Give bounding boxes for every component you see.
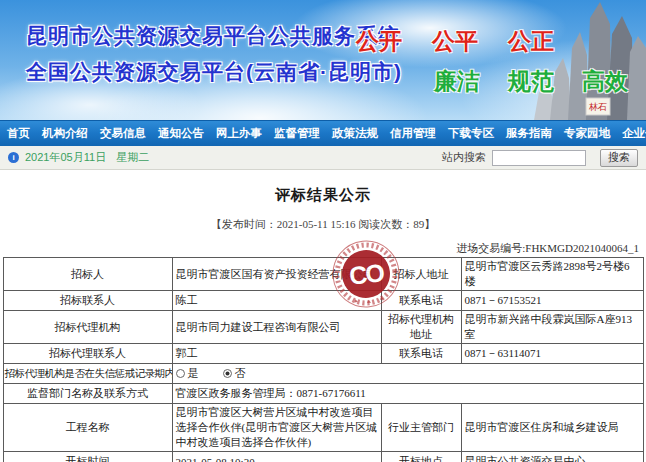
radio-option-否[interactable]: 否 [223, 366, 246, 381]
bid-info-table: 招标人昆明市官渡区国有资产投资经营有限公司招标人地址昆明市官渡区云秀路2898号… [3, 257, 644, 462]
slogan-word: 高效 [582, 66, 628, 97]
table-row: 招标人昆明市官渡区国有资产投资经营有限公司招标人地址昆明市官渡区云秀路2898号… [3, 258, 643, 291]
table-label-cell: 开标时间 [3, 452, 172, 462]
table-label-cell: 招标代理联系人 [3, 344, 172, 364]
table-value-cell: 陈工 [172, 291, 381, 311]
table-label-cell: 招标人 [3, 258, 172, 291]
table-value-cell: 昆明市同力建设工程咨询有限公司 [172, 311, 381, 344]
table-row: 开标时间2021-05-08 10:30开标地点昆明市公共资源交易中心 [3, 452, 643, 462]
site-title-line2: 全国公共资源交易平台(云南省·昆明市) [26, 58, 402, 86]
radio-group-cell: 是否 [172, 364, 643, 384]
page-title: 评标结果公示 [0, 186, 646, 205]
slogan-word: 规范 [508, 66, 554, 97]
table-label-cell: 招标人地址 [381, 258, 461, 291]
table-row: 工程名称昆明市官渡区大树营片区城中村改造项目选择合作伙伴(昆明市官渡区大树营片区… [3, 404, 643, 452]
radio-checked-icon[interactable] [223, 369, 232, 378]
table-row: 监督部门名称及联系方式官渡区政务服务管理局：0871-67176611 [3, 384, 643, 404]
table-label-cell: 行业主管部门 [381, 404, 461, 452]
table-label-cell: 工程名称 [3, 404, 172, 452]
table-label-cell: 联系电话 [381, 344, 461, 364]
info-icon: i [8, 152, 19, 163]
trade-number-line: 进场交易编号:FHKMGD2021040064_1 [3, 241, 643, 256]
nav-item-服务指南[interactable]: 服务指南 [503, 126, 555, 141]
table-label-cell: 招标代理机构是否在失信惩戒记录期内 [3, 364, 172, 384]
table-label-cell: 联系电话 [381, 291, 461, 311]
table-value-cell: 昆明市公共资源交易中心 [461, 452, 643, 462]
stone-forest-image: 林石 [486, 0, 646, 120]
table-value-cell: 昆明市官渡区住房和城乡建设局 [461, 404, 643, 452]
current-date: 2021年05月11日 [25, 150, 106, 165]
table-value-cell: 官渡区政务服务管理局：0871-67176611 [172, 384, 643, 404]
nav-item-网上办事[interactable]: 网上办事 [213, 126, 265, 141]
radio-option-是[interactable]: 是 [176, 366, 199, 381]
nav-item-监督管理[interactable]: 监督管理 [271, 126, 323, 141]
slogan-green: 廉洁规范高效 [434, 66, 628, 97]
nav-item-首页[interactable]: 首页 [4, 126, 33, 141]
site-title-line1: 昆明市公共资源交易平台公共服务系统 [26, 22, 400, 50]
trade-number-value: FHKMGD2021040064_1 [525, 242, 639, 254]
date-search-bar: i 2021年05月11日 星期二 站内搜索 搜索 [0, 146, 646, 170]
nav-menu: 首页机构介绍交易信息通知公告网上办事监督管理政策法规信用管理下载专区服务指南专家… [0, 120, 646, 146]
table-value-cell: 郭工 [172, 344, 381, 364]
table-row: 招标联系人陈工联系电话0871－67153521 [3, 291, 643, 311]
publish-meta: 【发布时间：2021-05-11 15:16 阅读次数：89】 [0, 217, 646, 232]
stone-forest-sign-text: 林石 [588, 102, 607, 112]
nav-item-交易信息[interactable]: 交易信息 [97, 126, 149, 141]
table-label-cell: 监督部门名称及联系方式 [3, 384, 172, 404]
search-button[interactable]: 搜索 [600, 149, 638, 167]
slogan-word: 公开 [356, 26, 402, 57]
slogan-word: 公平 [432, 26, 478, 57]
table-value-cell: 0871－63114071 [461, 344, 643, 364]
table-row: 招标代理机构昆明市同力建设工程咨询有限公司招标代理机构地址昆明市新兴路中段霖岚国… [3, 311, 643, 344]
table-label-cell: 招标代理机构 [3, 311, 172, 344]
nav-item-企业信息[interactable]: 企业信息 [619, 126, 646, 141]
table-value-cell: 0871－67153521 [461, 291, 643, 311]
table-value-cell: 昆明市官渡区大树营片区城中村改造项目选择合作伙伴(昆明市官渡区大树营片区城中村改… [172, 404, 381, 452]
radio-unchecked-icon[interactable] [176, 369, 185, 378]
table-row: 招标代理联系人郭工联系电话0871－63114071 [3, 344, 643, 364]
browser-page: 林石 昆明市公共资源交易平台公共服务系统 全国公共资源交易平台(云南省·昆明市)… [0, 0, 646, 462]
table-label-cell: 开标地点 [381, 452, 461, 462]
table-value-cell: 昆明市官渡区国有资产投资经营有限公司 [172, 258, 381, 291]
table-value-cell: 昆明市新兴路中段霖岚国际A座913室 [461, 311, 643, 344]
nav-item-信用管理[interactable]: 信用管理 [387, 126, 439, 141]
search-label: 站内搜索 [442, 150, 486, 165]
search-input[interactable] [492, 150, 586, 166]
table-label-cell: 招标代理机构地址 [381, 311, 461, 344]
slogan-red: 公开公平公正 [356, 26, 554, 57]
table-row: 招标代理机构是否在失信惩戒记录期内是否 [3, 364, 643, 384]
slogan-word: 廉洁 [434, 66, 480, 97]
table-label-cell: 招标联系人 [3, 291, 172, 311]
site-search: 站内搜索 搜索 [442, 149, 638, 167]
nav-item-机构介绍[interactable]: 机构介绍 [39, 126, 91, 141]
nav-item-政策法规[interactable]: 政策法规 [329, 126, 381, 141]
trade-number-label: 进场交易编号: [456, 242, 525, 254]
table-value-cell: 2021-05-08 10:30 [172, 452, 381, 462]
slogan-word: 公正 [508, 26, 554, 57]
table-value-cell: 昆明市官渡区云秀路2898号2号楼6楼 [461, 258, 643, 291]
nav-item-通知公告[interactable]: 通知公告 [155, 126, 207, 141]
nav-item-专家园地[interactable]: 专家园地 [561, 126, 613, 141]
site-banner: 林石 昆明市公共资源交易平台公共服务系统 全国公共资源交易平台(云南省·昆明市)… [0, 0, 646, 120]
current-weekday: 星期二 [116, 150, 149, 165]
nav-item-下载专区[interactable]: 下载专区 [445, 126, 497, 141]
